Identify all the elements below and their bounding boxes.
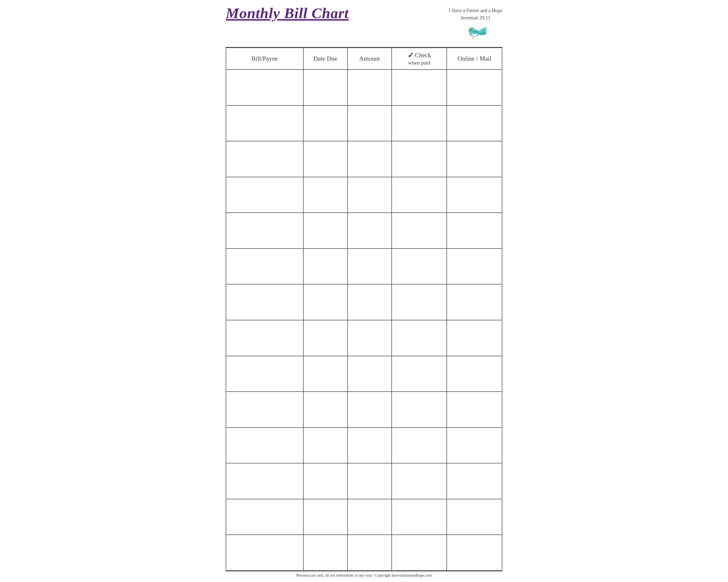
- footer: Personal use only, do not redistribute i…: [226, 571, 502, 580]
- table-cell[interactable]: [347, 463, 392, 499]
- page: Monthly Bill Chart I Have a Future and a…: [218, 0, 510, 582]
- table-cell[interactable]: [392, 249, 447, 284]
- table-cell[interactable]: [226, 356, 303, 392]
- table-row: [226, 356, 502, 392]
- table-cell[interactable]: [347, 284, 392, 320]
- table-row: [226, 427, 502, 464]
- table-cell[interactable]: [226, 499, 303, 535]
- table-cell[interactable]: [447, 284, 502, 320]
- table-cell[interactable]: [347, 249, 392, 284]
- table-cell[interactable]: [226, 535, 303, 571]
- title-area: Monthly Bill Chart: [226, 5, 349, 21]
- table-row: [226, 177, 502, 213]
- table-cell[interactable]: [347, 70, 392, 106]
- table-cell[interactable]: [447, 392, 502, 427]
- table-cell[interactable]: [392, 463, 447, 499]
- table-cell[interactable]: [226, 284, 303, 320]
- table-cell[interactable]: [392, 177, 447, 213]
- table-cell[interactable]: [347, 320, 392, 356]
- table-row: [226, 249, 502, 284]
- table-cell[interactable]: [392, 499, 447, 535]
- table-cell[interactable]: [447, 213, 502, 249]
- table-cell[interactable]: [447, 106, 502, 141]
- table-cell[interactable]: [303, 463, 347, 499]
- table-cell[interactable]: [303, 70, 347, 106]
- table-cell[interactable]: [303, 499, 347, 535]
- table-cell[interactable]: [447, 499, 502, 535]
- table-cell[interactable]: [392, 106, 447, 141]
- table-cell[interactable]: [447, 320, 502, 356]
- table-cell[interactable]: [347, 427, 392, 464]
- checkmark-icon: ✓: [408, 51, 414, 59]
- col-header-date: Date Due: [303, 48, 347, 70]
- table-cell[interactable]: [392, 284, 447, 320]
- table-row: [226, 106, 502, 141]
- table-cell[interactable]: [303, 249, 347, 284]
- svg-line-11: [472, 38, 473, 39]
- table-cell[interactable]: [347, 177, 392, 213]
- table-cell[interactable]: [303, 106, 347, 141]
- col-header-payee: Bill/Payee: [226, 48, 303, 70]
- table-cell[interactable]: [303, 284, 347, 320]
- table-cell[interactable]: [226, 320, 303, 356]
- table-row: [226, 213, 502, 249]
- table-cell[interactable]: [226, 177, 303, 213]
- table-cell[interactable]: [226, 249, 303, 284]
- table-cell[interactable]: [347, 356, 392, 392]
- table-cell[interactable]: [392, 535, 447, 571]
- table-row: [226, 70, 502, 106]
- table-cell[interactable]: [226, 213, 303, 249]
- table-cell[interactable]: [303, 392, 347, 427]
- col-header-online: Online / Mail: [447, 48, 502, 70]
- table-cell[interactable]: [392, 427, 447, 464]
- table-row: [226, 320, 502, 356]
- table-cell[interactable]: [303, 535, 347, 571]
- table-cell[interactable]: [226, 427, 303, 464]
- table-cell[interactable]: [303, 141, 347, 177]
- table-cell[interactable]: [303, 320, 347, 356]
- table-cell[interactable]: [447, 463, 502, 499]
- table-row: [226, 499, 502, 535]
- table-header-row: Bill/Payee Date Due Amount ✓ Check when …: [226, 48, 502, 70]
- table-row: [226, 392, 502, 427]
- table-cell[interactable]: [392, 213, 447, 249]
- table-cell[interactable]: [226, 392, 303, 427]
- table-cell[interactable]: [447, 177, 502, 213]
- table-cell[interactable]: [392, 392, 447, 427]
- table-cell[interactable]: [447, 427, 502, 464]
- table-cell[interactable]: [447, 535, 502, 571]
- table-cell[interactable]: [347, 106, 392, 141]
- table-cell[interactable]: [392, 141, 447, 177]
- table-cell[interactable]: [303, 427, 347, 464]
- table-cell[interactable]: [347, 499, 392, 535]
- table-cell[interactable]: [226, 463, 303, 499]
- svg-marker-8: [468, 31, 469, 32]
- col-header-check: ✓ Check when paid: [392, 48, 447, 70]
- table-cell[interactable]: [226, 70, 303, 106]
- table-body: [226, 70, 502, 571]
- table-cell[interactable]: [392, 320, 447, 356]
- table-cell[interactable]: [226, 141, 303, 177]
- table-cell[interactable]: [347, 141, 392, 177]
- table-cell[interactable]: [347, 392, 392, 427]
- header-right: I Have a Future and a Hope Jeremiah 29:1…: [449, 7, 502, 41]
- table-row: [226, 535, 502, 571]
- table-cell[interactable]: [447, 141, 502, 177]
- bill-table: Bill/Payee Date Due Amount ✓ Check when …: [226, 48, 502, 571]
- bird-icon: [465, 23, 486, 41]
- table-cell[interactable]: [392, 70, 447, 106]
- table-cell[interactable]: [303, 356, 347, 392]
- col-header-amount: Amount: [347, 48, 392, 70]
- table-cell[interactable]: [392, 356, 447, 392]
- page-title: Monthly Bill Chart: [226, 5, 349, 21]
- table-cell[interactable]: [303, 213, 347, 249]
- table-row: [226, 463, 502, 499]
- table-cell[interactable]: [303, 177, 347, 213]
- table-cell[interactable]: [347, 535, 392, 571]
- table-cell[interactable]: [347, 213, 392, 249]
- table-cell[interactable]: [447, 70, 502, 106]
- svg-point-13: [471, 28, 472, 30]
- table-cell[interactable]: [447, 356, 502, 392]
- table-cell[interactable]: [226, 106, 303, 141]
- table-cell[interactable]: [447, 249, 502, 284]
